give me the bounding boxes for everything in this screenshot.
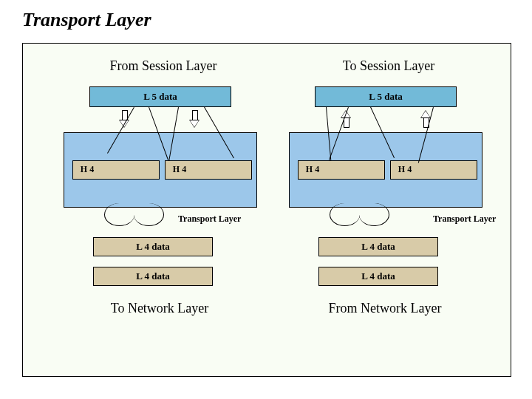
footer-from-network: From Network Layer <box>318 301 451 316</box>
footer-from-network-text: From Network Layer <box>329 301 442 316</box>
h4-label: H 4 <box>76 164 98 175</box>
diagram-frame: From Session Layer L 5 data H 4 H 4 Tran… <box>22 43 511 377</box>
l4-data-right-1: L 4 data <box>318 237 438 256</box>
l5-data-left: L 5 data <box>89 86 231 107</box>
l4-data-right-2: L 4 data <box>318 267 438 286</box>
curve-arrow-icon <box>359 203 389 226</box>
arrow-down-icon <box>189 110 200 128</box>
transport-layer-label-left: Transport Layer <box>178 214 241 225</box>
curve-arrow-icon <box>104 203 134 226</box>
heading-to-session: To Session Layer <box>315 58 463 74</box>
curve-arrow-icon <box>134 203 164 226</box>
l5-data-right: L 5 data <box>315 86 457 107</box>
h4-label: H 4 <box>301 164 324 175</box>
curve-arrow-icon <box>330 203 360 226</box>
l4-data-left-2: L 4 data <box>93 267 213 286</box>
l4-data-left-1: L 4 data <box>93 237 213 256</box>
footer-to-network-text: To Network Layer <box>111 301 209 316</box>
h4-label: H 4 <box>394 164 416 175</box>
footer-to-network: To Network Layer <box>93 301 226 316</box>
h4-label: H 4 <box>168 164 191 175</box>
transport-layer-label-right: Transport Layer <box>433 214 496 225</box>
diagram-canvas: Transport Layer From Session Layer L 5 d… <box>0 0 532 399</box>
page-title: Transport Layer <box>22 9 151 31</box>
heading-from-session: From Session Layer <box>89 58 237 74</box>
